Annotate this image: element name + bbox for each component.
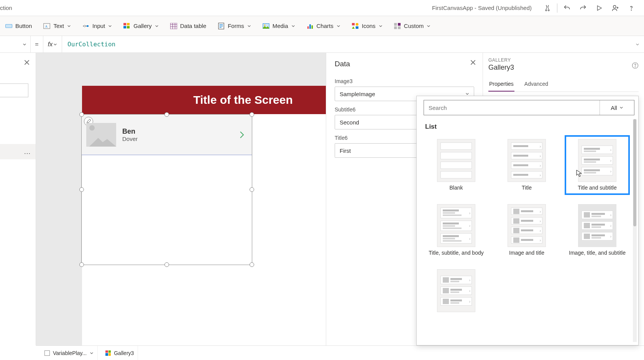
formula-input[interactable]: OurCollection <box>62 36 631 53</box>
insert-custom[interactable]: Custom <box>389 20 436 32</box>
undo-icon[interactable] <box>559 0 575 16</box>
close-icon[interactable] <box>23 59 30 66</box>
svg-rect-34 <box>394 23 397 26</box>
app-checker-icon[interactable] <box>539 0 555 16</box>
insert-text[interactable]: A Text <box>38 20 76 32</box>
layout-filter-select[interactable]: All <box>600 100 634 115</box>
tab-advanced[interactable]: Advanced <box>524 79 549 92</box>
status-bar: VariablePlay... Gallery3 <box>36 345 644 360</box>
item-title: Ben <box>122 128 138 136</box>
search-input[interactable] <box>0 83 28 97</box>
sample-image-icon <box>86 123 116 147</box>
svg-rect-29 <box>311 25 313 29</box>
layout-option-image-title-subtitle[interactable]: › › › Image, title, and subtitle <box>565 200 630 260</box>
svg-rect-33 <box>356 26 358 28</box>
layout-option-image-title[interactable]: › › › › Image and title <box>494 200 559 260</box>
chevron-down-icon <box>379 24 383 28</box>
item-subtitle: Dover <box>122 136 138 142</box>
text-icon: A <box>43 23 50 29</box>
insert-ribbon: Button A Text Input Gallery Data table F… <box>0 16 644 36</box>
svg-text:A: A <box>45 24 48 28</box>
svg-point-2 <box>613 5 616 8</box>
insert-forms[interactable]: Forms <box>212 20 256 32</box>
formula-expand-icon[interactable] <box>631 43 644 46</box>
tree-view-panel: … <box>0 53 36 345</box>
chevron-down-icon <box>427 24 430 28</box>
layout-option-title[interactable]: › › › › Title <box>494 135 559 195</box>
equals-sign: = <box>31 41 43 48</box>
svg-rect-16 <box>170 23 177 29</box>
breadcrumb-screen[interactable]: VariablePlay... <box>41 346 98 360</box>
ribbon-label: Icons <box>362 23 376 29</box>
screen-title-label: Title of the Screen <box>82 86 326 114</box>
svg-point-0 <box>545 10 547 11</box>
property-selector[interactable] <box>0 36 31 53</box>
insert-icons[interactable]: Icons <box>347 20 388 32</box>
tree-item-selected[interactable]: … <box>0 144 36 159</box>
breadcrumb-fragment: ction <box>0 5 12 11</box>
forms-icon <box>218 23 225 29</box>
layout-option-extra[interactable]: › › › <box>424 265 489 316</box>
layout-search-input[interactable] <box>424 100 600 115</box>
icons-icon <box>352 23 359 29</box>
charts-icon <box>307 23 314 29</box>
breadcrumb-control[interactable]: Gallery3 <box>102 346 138 360</box>
svg-rect-14 <box>123 26 126 28</box>
insert-input[interactable]: Input <box>77 20 117 32</box>
help-icon[interactable] <box>632 62 639 69</box>
gallery-selection[interactable]: Ben Dover <box>81 114 252 265</box>
gallery-template-row[interactable]: Ben Dover <box>82 115 252 155</box>
ribbon-label: Input <box>92 23 105 29</box>
formula-bar: = fx OurCollection <box>0 36 644 53</box>
insert-button[interactable]: Button <box>0 20 37 32</box>
redo-icon[interactable] <box>575 0 591 16</box>
chevron-right-icon[interactable] <box>239 130 245 139</box>
gallery-icon <box>123 23 130 29</box>
title-bar: ction FirstCanvasApp - Saved (Unpublishe… <box>0 0 644 16</box>
tab-properties[interactable]: Properties <box>488 79 514 92</box>
layout-picker: All List Blank › › › › <box>416 96 639 345</box>
ribbon-label: Button <box>15 23 32 29</box>
svg-rect-35 <box>398 23 400 26</box>
control-category: GALLERY <box>488 57 639 63</box>
button-icon <box>5 23 12 29</box>
datatable-icon <box>170 23 177 29</box>
ribbon-label: Media <box>273 23 288 29</box>
svg-point-11 <box>87 25 89 27</box>
svg-point-3 <box>631 10 631 10</box>
insert-datatable[interactable]: Data table <box>165 20 212 32</box>
fx-button[interactable]: fx <box>43 36 62 53</box>
close-icon[interactable] <box>470 59 476 66</box>
chevron-down-icon <box>337 24 340 28</box>
layout-option-title-subtitle-body[interactable]: › › › Title, subtitle, and body <box>424 200 489 260</box>
insert-gallery[interactable]: Gallery <box>118 20 164 32</box>
pane-title: Data <box>335 60 474 68</box>
chevron-down-icon <box>67 24 71 28</box>
scrollbar[interactable] <box>633 119 637 342</box>
svg-rect-5 <box>6 24 12 28</box>
svg-point-26 <box>264 24 265 25</box>
layout-option-title-subtitle[interactable]: › › › Title and subtitle <box>565 135 630 195</box>
svg-rect-30 <box>352 23 355 25</box>
layout-option-blank[interactable]: Blank <box>424 135 489 195</box>
chevron-down-icon <box>108 24 112 28</box>
canvas[interactable]: Title of the Screen Ben Dover <box>36 53 326 345</box>
insert-charts[interactable]: Charts <box>301 20 346 32</box>
insert-media[interactable]: Media <box>257 20 301 32</box>
media-icon <box>263 23 269 29</box>
ribbon-label: Text <box>53 23 64 29</box>
help-icon[interactable] <box>623 0 639 16</box>
chevron-down-icon <box>155 24 159 28</box>
layout-group-heading: List <box>425 123 634 131</box>
share-icon[interactable] <box>607 0 623 16</box>
svg-point-9 <box>84 25 86 27</box>
play-icon[interactable] <box>591 0 607 16</box>
ribbon-label: Charts <box>317 23 334 29</box>
svg-rect-27 <box>307 26 309 28</box>
screen-icon <box>44 350 50 356</box>
svg-point-31 <box>356 23 358 26</box>
svg-rect-36 <box>394 26 397 29</box>
control-name: Gallery3 <box>488 64 639 72</box>
svg-rect-15 <box>127 26 130 28</box>
svg-rect-12 <box>123 23 126 25</box>
